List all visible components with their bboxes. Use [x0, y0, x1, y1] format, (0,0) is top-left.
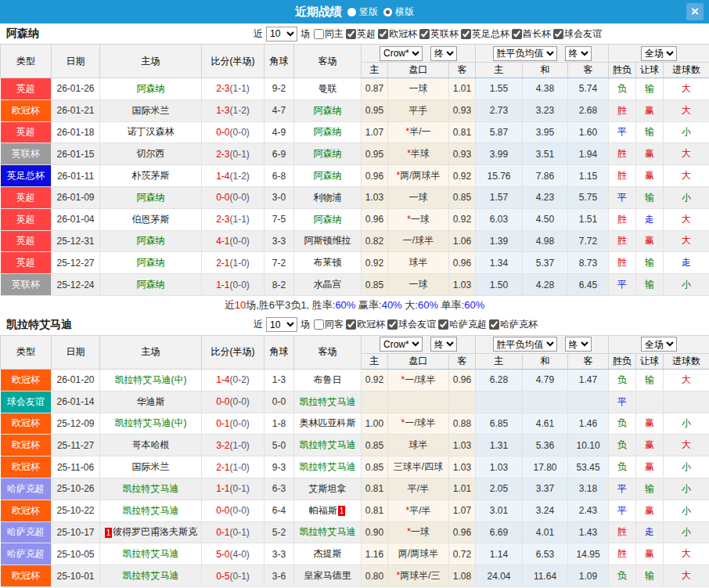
league-checkbox[interactable]: [553, 29, 563, 39]
match-date: 26-01-18: [52, 121, 100, 143]
league-checkbox[interactable]: [346, 29, 356, 39]
league-filter[interactable]: 哈萨克杯: [487, 318, 538, 331]
match-date: 26-01-14: [52, 391, 100, 413]
league-filter[interactable]: 英超: [344, 27, 376, 41]
home-team: 阿森纳: [100, 186, 202, 208]
bookmaker-select[interactable]: Crow*: [380, 46, 423, 61]
league-filter[interactable]: 球会友谊: [551, 27, 602, 41]
halftime-score: (1-1): [230, 83, 250, 94]
halftime-score: (0-2): [230, 374, 250, 385]
handicap-result-cell: 输: [636, 186, 664, 208]
handicap-result-cell: 输: [636, 252, 664, 274]
same-venue-filter[interactable]: 同客: [311, 318, 344, 331]
home-team: 国际米兰: [100, 99, 202, 121]
league-checkbox[interactable]: [419, 29, 430, 39]
home-team: 伯恩茅斯: [100, 208, 202, 230]
league-checkbox[interactable]: [378, 29, 388, 39]
radio-selected-icon[interactable]: [383, 8, 392, 16]
score: 5-0(4-0): [202, 543, 265, 565]
match-date: 25-10-17: [52, 521, 100, 543]
goals-result-cell: 大: [664, 78, 709, 100]
corners: 1-3: [265, 369, 294, 391]
subcolumn-header: 进球数: [664, 63, 709, 78]
match-count-select[interactable]: 10: [266, 317, 297, 332]
scope-select[interactable]: 全场: [641, 337, 677, 352]
league-filter[interactable]: 英足总杯: [459, 27, 509, 41]
underdog-star: *: [396, 170, 400, 181]
score: 1-1(0-1): [202, 478, 265, 500]
final-odds-select[interactable]: 终: [430, 46, 457, 61]
away-team: 布鲁日: [294, 369, 362, 391]
match-row: 哈萨克超25-10-171彼得罗巴甫洛夫斯克0-1(0-1)5-2凯拉特艾马迪0…: [1, 521, 709, 543]
league-checkbox[interactable]: [512, 29, 522, 39]
team-label: 朴茨茅斯: [132, 170, 170, 181]
away-team: 帕福斯1: [294, 500, 362, 521]
team-label: 诺丁汉森林: [128, 126, 175, 137]
league-filter[interactable]: 英联杯: [417, 27, 459, 41]
match-date: 26-01-04: [52, 208, 100, 230]
final-avg-select[interactable]: 终: [565, 46, 592, 61]
summary-segment: 大:: [402, 299, 418, 311]
team-label: 凯拉特艾马迪: [123, 570, 179, 581]
match-row: 英超26-01-18诺丁汉森林0-0(0-0)4-9阿森纳1.07*半/一0.8…: [1, 121, 709, 143]
team-label: 阿森纳: [314, 126, 342, 137]
avg-group-header: 胜平负均值终: [476, 335, 609, 353]
avg-odds-select[interactable]: 胜平负均值: [493, 337, 557, 352]
team-name: 阿森纳: [0, 27, 252, 41]
underdog-star: *: [407, 214, 411, 225]
layout-radio-vertical[interactable]: 竖版: [347, 5, 378, 19]
team-label: 凯拉特艾马迪: [123, 483, 179, 494]
result-cell: 胜: [609, 230, 636, 252]
bookmaker-select[interactable]: Crow*: [380, 337, 423, 352]
match-date: 25-10-26: [52, 478, 100, 500]
result-cell: 平: [609, 391, 636, 413]
match-count-select[interactable]: 10: [266, 27, 297, 41]
away-team: 皇家马德里: [294, 565, 362, 587]
home-odds: 0.80: [362, 565, 388, 587]
type-badge: 英联杯: [1, 143, 52, 165]
avg-odds-select[interactable]: 胜平负均值: [493, 46, 557, 61]
avg-home: 6.69: [476, 521, 523, 543]
league-filter[interactable]: 哈萨克超: [436, 318, 487, 331]
league-filter[interactable]: 欧冠杯: [344, 318, 385, 331]
league-filter[interactable]: 球会友谊: [385, 318, 436, 331]
avg-away: 1.46: [568, 413, 609, 435]
team-label: 凯拉特艾马迪: [300, 526, 356, 537]
league-filter[interactable]: 酋长杯: [509, 27, 551, 41]
league-checkbox[interactable]: [438, 319, 448, 330]
type-badge: 欧冠杯: [1, 413, 52, 435]
league-checkbox[interactable]: [387, 319, 398, 330]
result-cell: 负: [609, 369, 636, 391]
handicap: [388, 391, 449, 413]
section-header: 凯拉特艾马迪近10场同客欧冠杯球会友谊哈萨克超哈萨克杯: [0, 315, 709, 335]
away-team: 利物浦: [294, 186, 362, 208]
same-venue-checkbox[interactable]: [314, 29, 324, 39]
team-label: 凯拉特艾马迪: [123, 548, 179, 559]
scope-select[interactable]: 全场: [641, 46, 677, 61]
league-checkbox[interactable]: [489, 319, 499, 330]
radio-unselected-icon[interactable]: [347, 8, 356, 16]
match-row: 英联杯26-01-15切尔西2-3(0-1)6-9阿森纳0.95*半球0.933…: [1, 143, 709, 165]
avg-draw: 4.79: [523, 369, 568, 391]
league-checkbox[interactable]: [346, 319, 356, 330]
away-odds: 0.96: [449, 252, 476, 274]
same-venue-filter[interactable]: 同主: [311, 27, 344, 41]
final-avg-select[interactable]: 终: [565, 337, 592, 352]
away-team: 水晶宫: [294, 274, 362, 296]
subcolumn-header: 进球数: [664, 353, 709, 369]
column-header: 比分(半场): [202, 45, 265, 78]
league-filter[interactable]: 欧冠杯: [376, 27, 417, 41]
layout-radio-horizontal[interactable]: 横版: [383, 5, 414, 19]
team-label: 彼得罗巴甫洛夫斯克: [113, 526, 197, 537]
same-venue-checkbox[interactable]: [314, 319, 324, 330]
halftime-score: (0-0): [230, 505, 250, 516]
close-icon[interactable]: ×: [686, 3, 704, 20]
handicap-result-cell: 输: [636, 121, 664, 143]
team-label: 凯拉特艾马迪: [123, 505, 179, 516]
avg-draw: 3.24: [523, 500, 568, 521]
league-checkbox[interactable]: [461, 29, 471, 39]
home-team: 华迪斯: [100, 391, 202, 413]
final-odds-select[interactable]: 终: [430, 337, 457, 352]
home-odds: 0.85: [362, 274, 388, 296]
away-team: 阿斯顿维拉: [294, 230, 362, 252]
